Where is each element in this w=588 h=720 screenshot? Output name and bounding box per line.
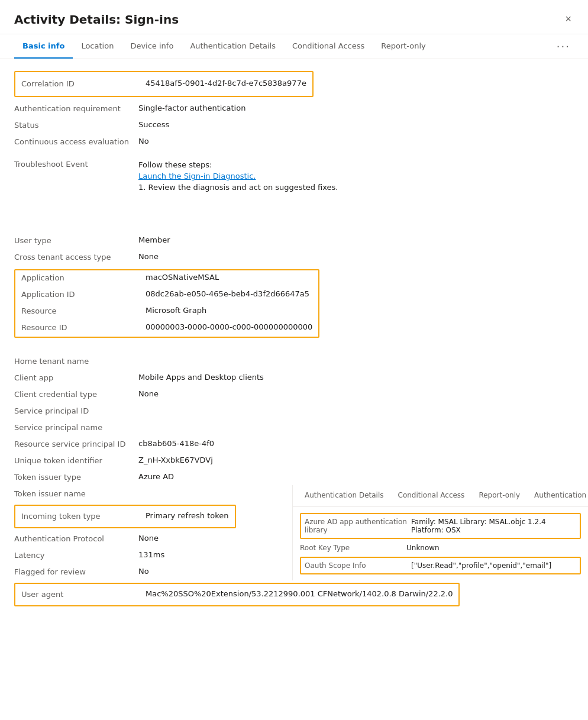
client-app-label: Client app (14, 373, 138, 382)
right-tab-report-only[interactable]: Report-only (471, 485, 527, 506)
auth-req-value: Single-factor authentication (138, 104, 574, 112)
token-issuer-type-value: Azure AD (138, 472, 574, 481)
client-app-row: Client app Mobile Apps and Desktop clien… (14, 370, 574, 386)
resource-row: Resource Microsoft Graph (15, 304, 318, 320)
panel-header: Activity Details: Sign-ins × (0, 0, 588, 34)
right-panel: Authentication Details Conditional Acces… (292, 485, 588, 580)
right-row-0-highlight: Azure AD app authentication library Fami… (300, 513, 581, 539)
tab-conditional-access[interactable]: Conditional Access (284, 34, 373, 59)
service-principal-id-row: Service principal ID (14, 403, 574, 419)
resource-id-label: Resource ID (21, 322, 146, 332)
tab-bar: Basic info Location Device info Authenti… (0, 34, 588, 59)
application-row: Application macOSNativeMSAL (15, 270, 318, 287)
home-tenant-row: Home tenant name (14, 353, 574, 370)
tab-device-info[interactable]: Device info (122, 34, 182, 59)
right-tab-bar: Authentication Details Conditional Acces… (293, 485, 588, 507)
user-type-label: User type (14, 235, 138, 245)
cross-tenant-row: Cross tenant access type None (14, 249, 574, 266)
latency-label: Latency (14, 550, 138, 560)
right-value-2: ["User.Read","profile","openid","email"] (411, 561, 576, 570)
token-issuer-type-row: Token issuer type Azure AD (14, 469, 574, 486)
troubleshoot-link[interactable]: Launch the Sign-in Diagnostic. (138, 172, 574, 180)
incoming-token-label: Incoming token type (21, 511, 146, 521)
user-agent-highlight: User agent Mac%20SSO%20Extension/53.2212… (14, 583, 574, 606)
close-button[interactable]: × (563, 11, 574, 28)
client-cred-label: Client credential type (14, 389, 138, 399)
cross-tenant-label: Cross tenant access type (14, 252, 138, 261)
service-principal-name-row: Service principal name (14, 419, 574, 436)
application-value: macOSNativeMSAL (146, 273, 312, 282)
tabs-more-button[interactable]: ··· (553, 35, 574, 57)
right-panel-content: Azure AD app authentication library Fami… (293, 507, 588, 580)
unique-token-row: Unique token identifier Z_nH-XxbkE67VDVj (14, 453, 574, 469)
service-principal-id-label: Service principal ID (14, 406, 138, 415)
user-agent-value: Mac%20SSO%20Extension/53.2212990.001 CFN… (146, 589, 453, 598)
user-type-value: Member (138, 235, 574, 244)
troubleshoot-label: Troubleshoot Event (14, 159, 138, 169)
correlation-id-value: 45418af5-0901-4d2f-8c7d-e7c5838a977e (146, 79, 306, 88)
troubleshoot-row: Troubleshoot Event Follow these steps: L… (14, 156, 574, 197)
tab-auth-details[interactable]: Authentication Details (182, 34, 284, 59)
right-row-0: Azure AD app authentication library Fami… (305, 515, 576, 537)
troubleshoot-content: Follow these steps: Launch the Sign-in D… (138, 160, 574, 194)
tab-report-only[interactable]: Report-only (373, 34, 434, 59)
right-value-0: Family: MSAL Library: MSAL.objc 1.2.4 Pl… (411, 518, 576, 534)
app-id-label: Application ID (21, 289, 146, 299)
service-principal-name-label: Service principal name (14, 422, 138, 432)
right-value-1: Unknown (406, 544, 581, 552)
cae-value: No (138, 137, 574, 146)
correlation-id-highlight: Correlation ID 45418af5-0901-4d2f-8c7d-e… (14, 71, 314, 97)
auth-protocol-label: Authentication Protocol (14, 534, 138, 543)
resource-id-value: 00000003-0000-0000-c000-000000000000 (146, 322, 312, 331)
incoming-token-row: Incoming token type Primary refresh toke… (21, 508, 229, 525)
user-agent-label: User agent (21, 589, 146, 599)
right-label-0: Azure AD app authentication library (305, 518, 411, 534)
resource-value: Microsoft Graph (146, 306, 312, 315)
token-issuer-name-label: Token issuer name (14, 489, 138, 498)
user-type-row: User type Member (14, 233, 574, 249)
status-label: Status (14, 120, 138, 130)
right-row-2-highlight: Oauth Scope Info ["User.Read","profile",… (300, 557, 581, 574)
right-label-1: Root Key Type (300, 544, 406, 552)
tab-basic-info[interactable]: Basic info (14, 34, 73, 59)
application-highlight-block: Application macOSNativeMSAL Application … (14, 269, 319, 338)
cae-row: Continuous access evaluation No (14, 134, 574, 150)
resource-label: Resource (21, 306, 146, 315)
resource-id-row: Resource ID 00000003-0000-0000-c000-0000… (15, 320, 318, 337)
flagged-label: Flagged for review (14, 567, 138, 576)
client-app-value: Mobile Apps and Desktop clients (138, 373, 574, 382)
panel-title: Activity Details: Sign-ins (14, 12, 179, 27)
incoming-token-box: Incoming token type Primary refresh toke… (14, 505, 236, 528)
app-id-value: 08dc26ab-e050-465e-beb4-d3f2d66647a5 (146, 289, 312, 298)
token-issuer-type-label: Token issuer type (14, 472, 138, 482)
activity-details-panel: Activity Details: Sign-ins × Basic info … (0, 0, 588, 720)
unique-token-label: Unique token identifier (14, 456, 138, 465)
right-row-1: Root Key Type Unknown (300, 541, 581, 554)
incoming-token-value: Primary refresh token (146, 511, 229, 520)
status-row: Status Success (14, 117, 574, 134)
right-tab-auth-events[interactable]: Authentication Events (527, 485, 588, 506)
client-cred-value: None (138, 389, 574, 398)
correlation-id-row: Correlation ID 45418af5-0901-4d2f-8c7d-e… (21, 76, 306, 92)
cae-label: Continuous access evaluation (14, 137, 138, 146)
user-agent-box: User agent Mac%20SSO%20Extension/53.2212… (14, 583, 460, 606)
app-id-row: Application ID 08dc26ab-e050-465e-beb4-d… (15, 287, 318, 304)
tab-location[interactable]: Location (73, 34, 122, 59)
auth-req-label: Authentication requirement (14, 104, 138, 113)
right-tab-conditional-access[interactable]: Conditional Access (391, 485, 472, 506)
right-row-2: Oauth Scope Info ["User.Read","profile",… (305, 559, 576, 572)
unique-token-value: Z_nH-XxbkE67VDVj (138, 456, 574, 464)
application-label: Application (21, 273, 146, 282)
client-cred-row: Client credential type None (14, 386, 574, 403)
resource-sp-id-label: Resource service principal ID (14, 439, 138, 448)
troubleshoot-steps: Follow these steps: (138, 160, 574, 169)
right-tab-auth-details[interactable]: Authentication Details (298, 485, 391, 506)
home-tenant-label: Home tenant name (14, 356, 138, 366)
status-value: Success (138, 120, 574, 129)
cross-tenant-value: None (138, 252, 574, 261)
user-agent-row: User agent Mac%20SSO%20Extension/53.2212… (21, 586, 453, 603)
troubleshoot-item: 1. Review the diagnosis and act on sugge… (138, 183, 574, 192)
resource-sp-id-row: Resource service principal ID cb8ab605-4… (14, 436, 574, 453)
resource-sp-id-value: cb8ab605-418e-4f0 (138, 439, 574, 448)
right-label-2: Oauth Scope Info (305, 561, 411, 570)
